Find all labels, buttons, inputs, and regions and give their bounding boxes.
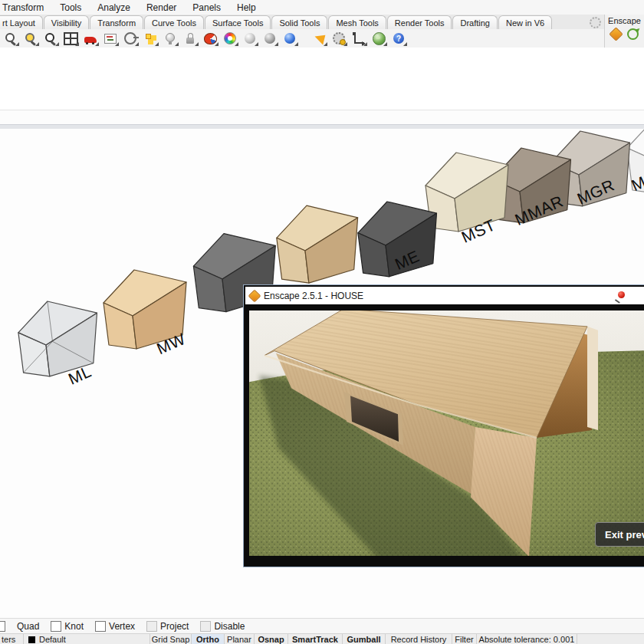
set-camera-icon[interactable] — [123, 31, 138, 46]
zoom-extents-icon[interactable] — [3, 31, 18, 46]
gear-run-icon[interactable] — [331, 31, 347, 46]
viewport-layout-icon[interactable] — [63, 31, 78, 46]
tab-options-gear-icon[interactable] — [590, 17, 601, 28]
checkbox-disable[interactable] — [200, 621, 211, 632]
status-filler — [577, 634, 644, 644]
dropdown-corner-icon — [175, 42, 179, 46]
raytrace-sphere-icon[interactable] — [282, 31, 297, 46]
render-view[interactable] — [249, 310, 644, 556]
dropdown-corner-icon — [235, 42, 238, 46]
tab-rt-layout[interactable]: rt Layout — [0, 15, 43, 29]
status-pane-osnap[interactable]: Osnap — [255, 634, 288, 644]
osnap-checkbox-partial[interactable] — [0, 621, 5, 632]
enscape-toolbar-panel: Enscape — [604, 15, 644, 48]
main-toolbar: ? — [0, 29, 608, 48]
command-strip — [0, 110, 644, 124]
layout-pages-icon[interactable] — [143, 31, 158, 46]
plan-map-icon[interactable] — [103, 31, 118, 46]
render-shell-icon[interactable] — [202, 31, 218, 46]
lock-view-icon — [186, 38, 194, 44]
current-layer-pane[interactable]: Default — [24, 634, 150, 644]
lamp-icon — [166, 33, 175, 42]
checkbox-vertex[interactable] — [95, 621, 106, 632]
tab-solid-tools[interactable]: Solid Tools — [271, 15, 327, 29]
command-prompt-area[interactable] — [0, 48, 644, 110]
status-pane-ortho[interactable]: Ortho — [192, 634, 225, 644]
zoom-selected-icon[interactable] — [43, 31, 58, 46]
menu-analyze[interactable]: Analyze — [96, 2, 132, 13]
status-pane-filter[interactable]: Filter — [452, 634, 477, 644]
material-cube-wood-light[interactable] — [277, 205, 358, 283]
enscape-window-titlebar[interactable]: Enscape 2.5.1 - HOUSE — [245, 287, 644, 304]
tab-mesh-tools[interactable]: Mesh Tools — [328, 15, 386, 29]
enscape-panel-label: Enscape — [608, 16, 641, 25]
named-view-icon[interactable] — [83, 31, 98, 46]
status-pane-smarttrack[interactable]: SmartTrack — [288, 634, 343, 644]
status-pane-grid-snap[interactable]: Grid Snap — [150, 634, 192, 644]
status-pane-gumball[interactable]: Gumball — [343, 634, 386, 644]
menu-panels[interactable]: Panels — [191, 2, 222, 13]
dropdown-corner-icon — [95, 42, 99, 46]
menu-tools[interactable]: Tools — [58, 2, 83, 13]
dropdown-corner-icon — [15, 42, 19, 46]
dropdown-corner-icon — [55, 42, 59, 46]
tab-transform[interactable]: Transform — [90, 15, 143, 29]
dropdown-corner-icon — [294, 42, 298, 46]
osnap-item-project[interactable]: Project — [146, 621, 189, 632]
tab-curve-tools[interactable]: Curve Tools — [144, 15, 204, 29]
status-bar: ters Default Grid SnapOrthoPlanarOsnapSm… — [0, 633, 644, 644]
dropdown-corner-icon — [403, 42, 407, 46]
history-path-icon[interactable] — [351, 31, 366, 46]
osnap-label: Project — [160, 621, 189, 632]
flag-icon[interactable] — [311, 31, 327, 46]
menu-bar: TransformToolsAnalyzeRenderPanelsHelp — [0, 0, 644, 15]
osnap-item-disable[interactable]: Disable — [200, 621, 245, 632]
shaded-sphere-icon — [245, 33, 255, 44]
lamp-icon[interactable] — [163, 31, 178, 46]
dropdown-corner-icon — [135, 42, 139, 46]
web-globe-icon[interactable] — [371, 31, 386, 46]
material-cube-MST[interactable] — [426, 153, 508, 232]
osnap-item-quad[interactable]: Quad — [17, 621, 39, 632]
menu-transform[interactable]: Transform — [1, 2, 45, 13]
checkbox-project[interactable] — [146, 621, 157, 632]
tab-drafting[interactable]: Drafting — [452, 15, 498, 29]
osnap-item-vertex[interactable]: Vertex — [95, 621, 135, 632]
tab-render-tools[interactable]: Render Tools — [387, 15, 452, 29]
osnap-label: Knot — [64, 621, 84, 632]
help-icon[interactable]: ? — [391, 31, 406, 46]
exit-preview-button[interactable]: Exit preview — [595, 522, 644, 547]
dropdown-corner-icon — [343, 42, 347, 46]
pin-icon[interactable] — [618, 291, 625, 298]
enscape-logo-icon — [248, 289, 261, 302]
rendered-sphere-icon[interactable] — [262, 31, 278, 46]
lock-view-icon[interactable] — [182, 31, 198, 46]
enscape-logo-icon[interactable] — [609, 27, 623, 41]
tab-new-in-v6[interactable]: New in V6 — [498, 15, 552, 29]
shaded-sphere-icon[interactable] — [242, 31, 258, 46]
dropdown-corner-icon — [383, 42, 387, 46]
history-path-icon — [354, 34, 364, 44]
enscape-panel-icons — [611, 28, 639, 40]
units-partial-label: ters — [0, 634, 24, 644]
checkbox-knot[interactable] — [51, 621, 61, 632]
dropdown-corner-icon — [35, 42, 39, 46]
enscape-window-title: Enscape 2.5.1 - HOUSE — [264, 291, 363, 301]
osnap-label: Vertex — [109, 621, 135, 632]
menu-render[interactable]: Render — [145, 2, 178, 13]
enscape-sync-icon[interactable] — [627, 28, 639, 40]
enscape-preview-window[interactable]: Enscape 2.5.1 - HOUSE — [244, 285, 644, 567]
tab-visibility[interactable]: Visibility — [44, 15, 90, 29]
dropdown-corner-icon — [255, 42, 258, 46]
tab-surface-tools[interactable]: Surface Tools — [205, 15, 271, 29]
status-pane-record-history[interactable]: Record History — [386, 634, 452, 644]
dropdown-corner-icon — [363, 42, 367, 46]
color-wheel-icon[interactable] — [222, 31, 238, 46]
osnap-item-knot[interactable]: Knot — [51, 621, 84, 632]
osnap-label: Disable — [214, 621, 245, 632]
status-pane-planar[interactable]: Planar — [225, 634, 255, 644]
zoom-window-icon[interactable] — [23, 31, 38, 46]
dropdown-corner-icon — [195, 42, 199, 46]
dropdown-corner-icon — [155, 42, 159, 46]
menu-help[interactable]: Help — [235, 2, 258, 13]
